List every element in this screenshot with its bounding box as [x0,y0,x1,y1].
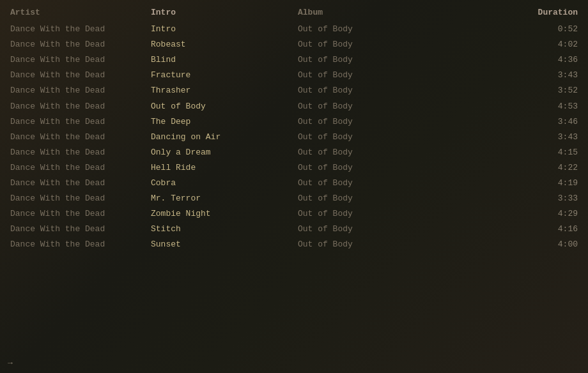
track-artist: Dance With the Dead [10,115,151,129]
track-row[interactable]: Dance With the DeadCobraOut of Body4:19 [0,176,588,191]
track-title: Stitch [151,222,298,236]
bottom-arrow-icon: → [8,358,13,368]
track-title: Thrasher [151,84,298,98]
track-list: Artist Intro Album Duration Dance With t… [0,0,588,258]
track-title: Hell Ride [151,161,298,175]
track-duration: 4:29 [426,207,578,221]
track-duration: 4:00 [426,238,578,252]
track-title: The Deep [151,115,298,129]
track-artist: Dance With the Dead [10,238,151,252]
track-album: Out of Body [298,53,426,67]
track-artist: Dance With the Dead [10,146,151,160]
track-title: Blind [151,53,298,67]
track-album: Out of Body [298,130,426,144]
track-duration: 4:02 [426,38,578,52]
track-title: Robeast [151,38,298,52]
track-row[interactable]: Dance With the DeadThrasherOut of Body3:… [0,83,588,98]
track-album: Out of Body [298,146,426,160]
track-artist: Dance With the Dead [10,84,151,98]
track-album: Out of Body [298,207,426,221]
track-album: Out of Body [298,84,426,98]
track-artist: Dance With the Dead [10,192,151,206]
track-album: Out of Body [298,192,426,206]
track-row[interactable]: Dance With the DeadBlindOut of Body4:36 [0,52,588,68]
track-album: Out of Body [298,38,426,52]
track-artist: Dance With the Dead [10,176,151,190]
track-album: Out of Body [298,161,426,175]
track-title: Zombie Night [151,207,298,221]
track-row[interactable]: Dance With the DeadFractureOut of Body3:… [0,68,588,83]
track-artist: Dance With the Dead [10,161,151,175]
track-title: Sunset [151,238,298,252]
header-duration: Duration [426,6,578,20]
track-row[interactable]: Dance With the DeadThe DeepOut of Body3:… [0,114,588,130]
header-artist: Artist [10,6,151,20]
track-album: Out of Body [298,222,426,236]
track-row[interactable]: Dance With the DeadDancing on AirOut of … [0,130,588,145]
track-title: Out of Body [151,100,298,114]
track-duration: 4:19 [426,176,578,190]
track-artist: Dance With the Dead [10,100,151,114]
track-row[interactable]: Dance With the DeadOut of BodyOut of Bod… [0,99,588,114]
track-row[interactable]: Dance With the DeadHell RideOut of Body4… [0,160,588,176]
track-duration: 0:52 [426,22,578,36]
track-artist: Dance With the Dead [10,207,151,221]
track-title: Dancing on Air [151,130,298,144]
track-duration: 4:16 [426,222,578,236]
track-duration: 4:53 [426,100,578,114]
track-album: Out of Body [298,100,426,114]
track-title: Fracture [151,68,298,82]
track-duration: 4:22 [426,161,578,175]
track-title: Mr. Terror [151,192,298,206]
track-artist: Dance With the Dead [10,130,151,144]
track-duration: 3:43 [426,130,578,144]
track-artist: Dance With the Dead [10,68,151,82]
track-album: Out of Body [298,22,426,36]
track-album: Out of Body [298,238,426,252]
track-album: Out of Body [298,115,426,129]
header-title: Intro [151,6,298,20]
track-row[interactable]: Dance With the DeadZombie NightOut of Bo… [0,206,588,222]
track-artist: Dance With the Dead [10,38,151,52]
track-row[interactable]: Dance With the DeadRobeastOut of Body4:0… [0,37,588,52]
track-row[interactable]: Dance With the DeadSunsetOut of Body4:00 [0,237,588,252]
track-title: Cobra [151,176,298,190]
track-artist: Dance With the Dead [10,53,151,67]
track-title: Only a Dream [151,146,298,160]
track-album: Out of Body [298,176,426,190]
track-duration: 3:43 [426,68,578,82]
track-artist: Dance With the Dead [10,222,151,236]
track-duration: 3:46 [426,115,578,129]
track-artist: Dance With the Dead [10,22,151,36]
track-album: Out of Body [298,68,426,82]
track-title: Intro [151,22,298,36]
track-row[interactable]: Dance With the DeadOnly a DreamOut of Bo… [0,145,588,160]
track-row[interactable]: Dance With the DeadIntroOut of Body0:52 [0,22,588,37]
header-album: Album [298,6,426,20]
track-list-header: Artist Intro Album Duration [0,5,588,20]
track-row[interactable]: Dance With the DeadMr. TerrorOut of Body… [0,191,588,206]
track-duration: 4:36 [426,53,578,67]
track-row[interactable]: Dance With the DeadStitchOut of Body4:16 [0,222,588,237]
track-duration: 3:52 [426,84,578,98]
track-duration: 4:15 [426,146,578,160]
track-duration: 3:33 [426,192,578,206]
